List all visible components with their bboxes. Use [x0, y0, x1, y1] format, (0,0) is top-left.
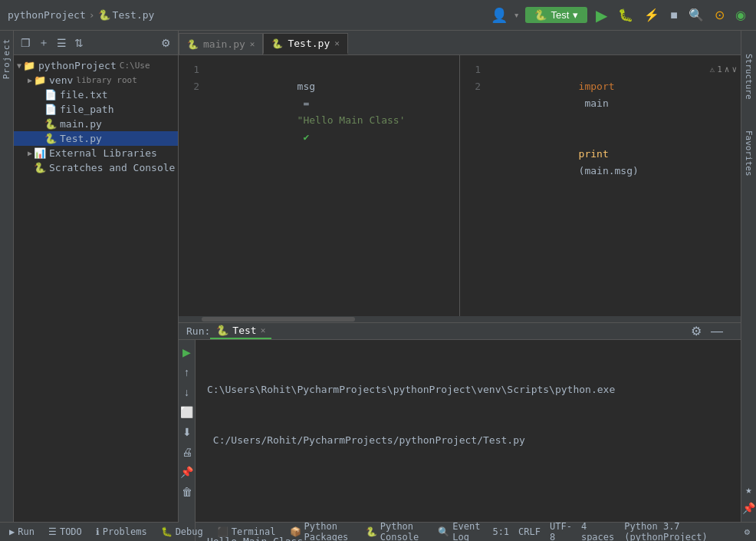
- python-console-tab[interactable]: 🐍 Python Console: [363, 521, 428, 541]
- structure-label[interactable]: Structure: [744, 54, 754, 100]
- warning-badge: ⚠ 1 ∧ ∨: [710, 61, 738, 78]
- tree-item-scratches-label: Scratches and Console: [49, 162, 175, 173]
- editor-scrollbar[interactable]: [179, 316, 741, 322]
- status-left: ▶ Run ☰ TODO ℹ Problems 🐛 Debug ⬛ Termin…: [6, 521, 483, 541]
- tree-settings-btn[interactable]: ⚙: [159, 35, 173, 51]
- warning-expand[interactable]: ∧: [725, 61, 730, 78]
- venv-arrow-icon: ▶: [28, 76, 32, 84]
- stop-button[interactable]: ■: [668, 6, 680, 25]
- python-version[interactable]: Python 3.7 (pythonProject): [624, 521, 735, 541]
- line-num-1: 1: [460, 61, 481, 78]
- run-scroll-up-btn[interactable]: ↑: [182, 365, 191, 380]
- run-tab-close[interactable]: ✕: [261, 325, 266, 335]
- title-bar-right: 👤 ▾ 🐍 Test ▾ ▶ 🐛 ⚡ ■ 🔍 ⊙ ◉: [491, 4, 748, 27]
- breadcrumb-file[interactable]: 🐍 Test.py: [98, 9, 155, 21]
- line-ending[interactable]: CRLF: [518, 526, 541, 537]
- tree-add-btn[interactable]: ＋: [36, 35, 51, 51]
- event-log-tab[interactable]: 🔍 Event Log: [435, 521, 483, 541]
- run-trash-btn[interactable]: 🗑: [180, 484, 194, 500]
- editor-right-area: 🐍 main.py ✕ 🐍 Test.py ✕ 1 2: [179, 31, 741, 522]
- tree-collapse-btn[interactable]: ❐: [18, 35, 33, 51]
- python-packages-tab[interactable]: 📦 Python Packages: [287, 521, 355, 541]
- breadcrumb-sep: ›: [89, 9, 95, 21]
- run-settings-btn[interactable]: ⚙: [689, 322, 704, 341]
- tree-item-filetxt[interactable]: ▶ 📄 file.txt: [14, 87, 178, 102]
- tree-item-root[interactable]: ▼ 📁 pythonProject C:\Use: [14, 58, 178, 73]
- terminal-status-tab[interactable]: ⬛ Terminal: [214, 526, 279, 537]
- favorites-label[interactable]: Favorites: [744, 130, 754, 176]
- extra-button[interactable]: ◉: [733, 5, 748, 25]
- mainpy-tab-icon: 🐍: [187, 39, 199, 50]
- color-button[interactable]: ⊙: [712, 5, 727, 25]
- warning-collapse[interactable]: ∨: [731, 61, 737, 78]
- code-content-main[interactable]: msg = "Hello Main Class' ✔: [205, 55, 459, 316]
- tree-item-mainpy[interactable]: ▶ 🐍 main.py: [14, 117, 178, 131]
- tree-item-scratches[interactable]: ▶ 🐍 Scratches and Console: [14, 160, 178, 175]
- todo-status-icon: ☰: [48, 526, 57, 537]
- debug-icon: 🐛: [161, 526, 173, 537]
- tree-item-filepath[interactable]: ▶ 📄 file_path: [14, 102, 178, 117]
- run-config-button[interactable]: 🐍 Test ▾: [525, 7, 587, 23]
- print-fn: print: [579, 148, 609, 160]
- run-status-tab[interactable]: ▶ Run: [6, 526, 38, 537]
- tree-sort-btn[interactable]: ⇅: [72, 35, 86, 51]
- todo-status-tab[interactable]: ☰ TODO: [45, 526, 85, 537]
- run-status-label: Run: [18, 526, 35, 537]
- run-print-btn[interactable]: 🖨: [180, 444, 194, 460]
- tree-item-venv[interactable]: ▶ 📁 venv library root: [14, 73, 178, 87]
- settings-icon[interactable]: ⚙: [744, 526, 750, 537]
- extlibs-arrow: ▶: [28, 149, 32, 157]
- packages-icon: 📦: [290, 526, 301, 537]
- terminal-label: Terminal: [232, 526, 276, 537]
- run-panel-header: Run: 🐍 Test ✕ ⚙ —: [179, 323, 741, 340]
- debug-button[interactable]: 🐛: [616, 5, 636, 25]
- problems-status-tab[interactable]: ℹ Problems: [93, 526, 150, 537]
- status-bar: ▶ Run ☰ TODO ℹ Problems 🐛 Debug ⬛ Termin…: [0, 522, 756, 541]
- run-scroll-down-btn[interactable]: ↓: [182, 384, 191, 400]
- status-right: 5:1 CRLF UTF-8 4 spaces Python 3.7 (pyth…: [492, 521, 750, 541]
- tab-testpy[interactable]: 🐍 Test.py ✕: [263, 33, 347, 54]
- debug-status-tab[interactable]: 🐛 Debug: [158, 526, 206, 537]
- run-button[interactable]: ▶: [593, 4, 610, 27]
- run-output: C:\Users\Rohit\PycharmProjects\pythonPro…: [196, 340, 741, 541]
- user-icon[interactable]: 👤: [491, 7, 508, 23]
- run-tab-test[interactable]: 🐍 Test ✕: [210, 323, 271, 339]
- star-icon[interactable]: ★: [745, 483, 751, 496]
- tab-mainpy[interactable]: 🐍 main.py ✕: [179, 33, 263, 54]
- code-line-print: print (main.msg): [495, 129, 733, 196]
- coverage-button[interactable]: ⚡: [642, 5, 662, 25]
- breadcrumb-project[interactable]: pythonProject: [8, 9, 86, 21]
- run-wrap-btn[interactable]: ⬜: [179, 404, 195, 420]
- run-side-toolbar: ▶ ↑ ↓ ⬜ ⬇ 🖨 📌 🗑: [179, 340, 196, 541]
- scratches-icon: 🐍: [34, 162, 46, 173]
- venv-extra-label: library root: [76, 75, 136, 85]
- cursor-position[interactable]: 5:1: [492, 526, 509, 537]
- packages-label: Python Packages: [304, 521, 352, 541]
- run-filter-btn[interactable]: ⬇: [181, 424, 193, 440]
- run-label: Run:: [186, 325, 210, 337]
- project-label[interactable]: Project: [2, 38, 12, 79]
- tree-list-btn[interactable]: ☰: [54, 35, 69, 51]
- search-button[interactable]: 🔍: [686, 5, 706, 25]
- output-line-1: C:\Users\Rohit\PycharmProjects\pythonPro…: [207, 381, 729, 398]
- run-panel: Run: 🐍 Test ✕ ⚙ — ▶ ↑ ↓: [179, 322, 741, 522]
- testpy-tab-close[interactable]: ✕: [334, 38, 340, 48]
- code-content-test[interactable]: import main print (main.msg) ⚠ 1 ∧ ∨: [487, 55, 741, 316]
- run-play-btn[interactable]: ▶: [181, 345, 192, 360]
- run-tab-label: Test: [232, 325, 256, 336]
- tree-item-testpy[interactable]: ▶ 🐍 Test.py: [14, 131, 178, 146]
- scrollbar-thumb[interactable]: [202, 317, 355, 322]
- terminal-icon: ⬛: [217, 526, 228, 537]
- tree-item-extlibs[interactable]: ▶ 📊 External Libraries: [14, 146, 178, 160]
- run-minimize-btn[interactable]: —: [708, 322, 725, 341]
- encoding[interactable]: UTF-8: [550, 521, 572, 541]
- event-log-icon: 🔍: [438, 526, 449, 537]
- tree-item-path: C:\Use: [120, 61, 150, 71]
- mainpy-tab-close[interactable]: ✕: [250, 39, 255, 49]
- indent-size[interactable]: 4 spaces: [581, 521, 615, 541]
- line-num: 1: [179, 61, 199, 78]
- project-side-label[interactable]: Project: [0, 31, 14, 522]
- testpy-tab-icon: 🐍: [271, 38, 283, 49]
- pin-icon[interactable]: 📌: [742, 502, 755, 514]
- run-pin-btn[interactable]: 📌: [179, 464, 195, 480]
